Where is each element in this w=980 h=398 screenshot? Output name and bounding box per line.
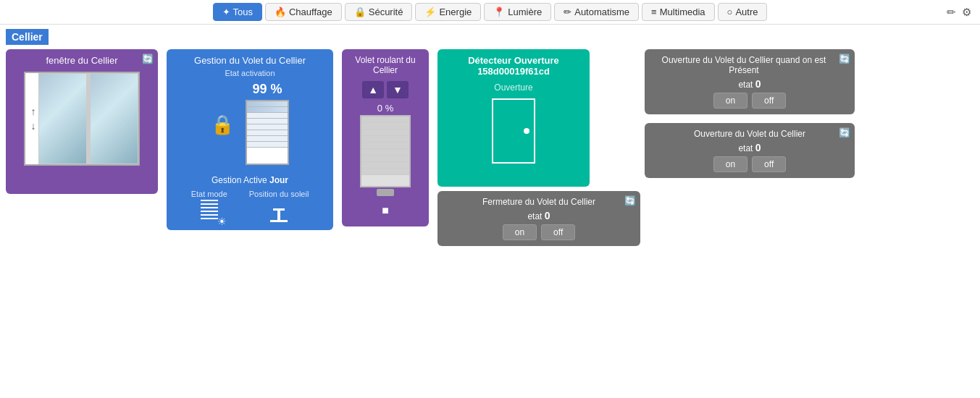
settings-button[interactable]: ⚙ (962, 6, 971, 19)
volet-up-button[interactable]: ▲ (362, 81, 384, 98)
energie-icon: ⚡ (424, 7, 436, 17)
tab-chauffage[interactable]: 🔥 Chauffage (265, 3, 342, 21)
edit-button[interactable]: ✏ (947, 6, 956, 19)
ouverture-present-etat-value: 0 (755, 78, 761, 90)
volet-slat-8 (361, 162, 409, 169)
ouverture-present-toggle-row: on off (650, 93, 849, 109)
top-navigation: ✦ Tous 🔥 Chauffage 🔒 Sécurité ⚡ Energie … (0, 0, 980, 25)
card-volet-title: Volet roulant du Cellier (348, 55, 423, 75)
autre-icon: ○ (727, 7, 733, 17)
ouverture-present-refresh-icon[interactable]: 🔄 (839, 54, 850, 64)
tab-lumiere[interactable]: 📍 Lumière (484, 3, 551, 21)
card-gestion: Gestion du Volet du Cellier Etat activat… (167, 49, 333, 230)
svg-rect-8 (273, 208, 285, 211)
right-sub-col: 🔄 Ouverture du Volet du Cellier quand on… (645, 49, 855, 182)
gestion-content: Etat activation 🔒 99 % (172, 69, 327, 224)
soleil-position-svg (266, 201, 292, 224)
volet-slat-2 (361, 123, 409, 130)
lumiere-icon: 📍 (493, 7, 505, 17)
tab-tous[interactable]: ✦ Tous (213, 3, 262, 21)
tab-securite[interactable]: 🔒 Sécurité (345, 3, 413, 21)
window-up-arrow[interactable]: ↑ (31, 106, 36, 117)
position-soleil-col: Position du soleil (249, 190, 309, 224)
svg-rect-3 (201, 211, 218, 212)
volet-slat-1 (361, 117, 409, 123)
window-down-arrow[interactable]: ↓ (31, 120, 36, 132)
volet-slat-3 (361, 130, 409, 136)
blind-slat-2 (247, 107, 288, 113)
activation-row: 🔒 99 % (172, 82, 327, 168)
position-soleil-label: Position du soleil (249, 190, 309, 198)
tab-multimedia[interactable]: ≡ Multimedia (642, 3, 714, 21)
gestion-percent: 99 % (252, 82, 282, 97)
card-detecteur-title: Détecteur Ouverture 158d00019f61cd (443, 55, 584, 77)
tab-energie[interactable]: ⚡ Energie (415, 3, 481, 21)
volet-slat-9 (361, 169, 409, 175)
volet-stop-button[interactable]: ■ (375, 200, 395, 221)
fermeture-toggle-row: on off (443, 224, 635, 240)
tab-autre[interactable]: ○ Autre (718, 3, 768, 21)
volet-slat-5 (361, 143, 409, 149)
window-pane-left (38, 73, 87, 164)
multimedia-icon: ≡ (651, 7, 657, 17)
fermeture-off-button[interactable]: off (541, 224, 575, 240)
ouverture-volet-etat-row: etat 0 (650, 142, 849, 153)
fenetre-refresh-icon[interactable]: 🔄 (142, 54, 154, 64)
card-fenetre: fenêtre du Cellier 🔄 ↑ ↓ (6, 49, 158, 194)
svg-rect-7 (270, 220, 288, 222)
lock-icon: 🔒 (211, 114, 234, 136)
gestion-active-row: Gestion Active Jour (212, 175, 288, 185)
fermeture-etat-row: etat 0 (443, 210, 635, 221)
gestion-active-value: Jour (269, 175, 288, 185)
etat-mode-col: Etat mode ☀ (191, 190, 227, 224)
fermeture-title: Fermeture du Volet du Cellier (443, 197, 635, 207)
etat-mode-label: Etat mode (191, 190, 227, 198)
position-soleil-icon (266, 198, 292, 224)
volet-slat-6 (361, 149, 409, 156)
door-handle-dot (524, 128, 529, 134)
svg-rect-2 (201, 207, 218, 208)
fermeture-refresh-icon[interactable]: 🔄 (624, 195, 636, 206)
window-widget: ↑ ↓ (24, 72, 140, 166)
ouverture-volet-on-button[interactable]: on (713, 156, 747, 172)
etat-activation-label: Etat activation (225, 69, 275, 77)
sun-icon: ☀ (217, 216, 227, 227)
page-title: Cellier (0, 25, 980, 49)
blind-slat-7 (247, 136, 288, 142)
fermeture-on-button[interactable]: on (503, 224, 537, 240)
nav-toolbar: ✏ ⚙ (947, 6, 971, 19)
blind-slat-8 (247, 142, 288, 148)
window-pane-right (90, 73, 138, 164)
blind-slat-5 (247, 124, 288, 130)
blind-slat-1 (247, 101, 288, 107)
volet-motor (377, 189, 394, 196)
ouverture-volet-refresh-icon[interactable]: 🔄 (839, 127, 850, 138)
ouverture-present-on-button[interactable]: on (713, 93, 747, 109)
ouverture-present-title: Ouverture du Volet du Cellier quand on e… (650, 55, 849, 75)
svg-rect-4 (201, 214, 218, 216)
blind-slats (247, 101, 288, 148)
svg-rect-1 (201, 203, 218, 205)
blind-slat-3 (247, 113, 288, 119)
detecteur-fermeture-col: Détecteur Ouverture 158d00019f61cd Ouver… (437, 49, 640, 250)
ouverture-volet-off-button[interactable]: off (752, 156, 786, 172)
volet-arrows: ▲ ▼ (362, 81, 409, 98)
card-volet-roulant: Volet roulant du Cellier ▲ ▼ 0 % ■ (342, 49, 429, 226)
tab-automatisme[interactable]: ✏ Automatisme (554, 3, 639, 21)
volet-slat-4 (361, 136, 409, 143)
blind-widget (246, 100, 289, 165)
blind-slat-6 (247, 130, 288, 136)
chauffage-icon: 🔥 (275, 7, 286, 17)
etat-mode-icon: ☀ (196, 198, 222, 224)
blind-slat-4 (247, 119, 288, 124)
card-detecteur: Détecteur Ouverture 158d00019f61cd Ouver… (437, 49, 590, 187)
fermeture-etat-value: 0 (545, 210, 550, 221)
tous-icon: ✦ (222, 7, 230, 17)
nav-tabs: ✦ Tous 🔥 Chauffage 🔒 Sécurité ⚡ Energie … (213, 3, 768, 21)
svg-rect-0 (201, 200, 218, 201)
door-widget (492, 98, 535, 164)
card-fenetre-title: fenêtre du Cellier (46, 55, 118, 66)
card-ouverture-volet: 🔄 Ouverture du Volet du Cellier etat 0 o… (645, 123, 855, 178)
ouverture-present-off-button[interactable]: off (752, 93, 786, 109)
volet-down-button[interactable]: ▼ (387, 81, 409, 98)
